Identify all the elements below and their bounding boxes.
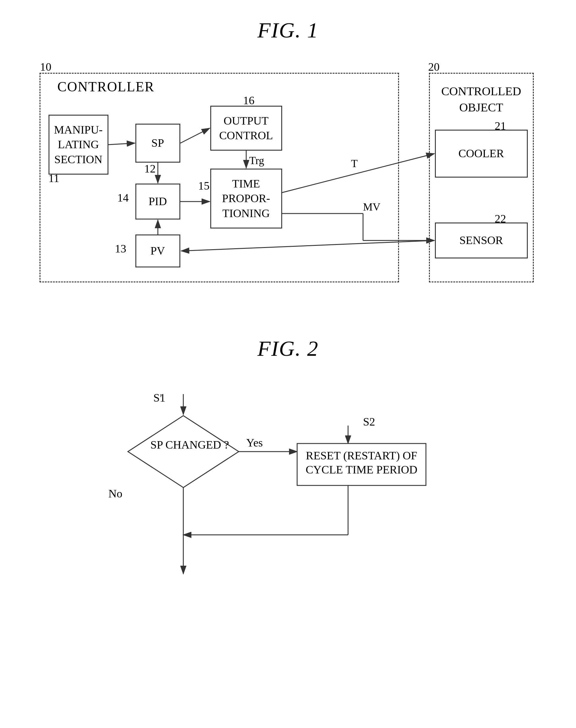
svg-text:CYCLE TIME PERIOD: CYCLE TIME PERIOD (306, 463, 417, 476)
fig2-diagram: S1 SP CHANGED ? Yes No S2 (79, 379, 498, 589)
svg-marker-21 (128, 416, 239, 488)
svg-text:SP CHANGED ?: SP CHANGED ? (150, 438, 229, 451)
svg-text:T: T (351, 157, 358, 170)
page: FIG. 1 10 20 CONTROLLER CONTROLLED OBJEC… (0, 0, 576, 728)
svg-line-3 (180, 128, 210, 143)
fig1-arrows: Trg T MV (33, 55, 543, 300)
svg-text:S2: S2 (363, 415, 375, 428)
svg-line-8 (282, 154, 434, 193)
svg-line-2 (109, 143, 135, 145)
fig2-title: FIG. 2 (24, 336, 552, 361)
fig1-diagram: 10 20 CONTROLLER CONTROLLED OBJECT MANIP… (33, 55, 543, 300)
svg-text:Yes: Yes (246, 436, 263, 449)
svg-text:S1: S1 (153, 391, 165, 404)
fig2-section: FIG. 2 S1 (24, 336, 552, 589)
svg-text:Trg: Trg (249, 154, 264, 167)
fig2-flowchart: S1 SP CHANGED ? Yes No S2 (79, 379, 498, 589)
svg-text:RESET (RESTART) OF: RESET (RESTART) OF (306, 449, 417, 462)
svg-text:MV: MV (363, 201, 380, 213)
svg-line-14 (181, 240, 434, 251)
fig1-title: FIG. 1 (24, 18, 552, 43)
svg-text:No: No (109, 487, 122, 500)
